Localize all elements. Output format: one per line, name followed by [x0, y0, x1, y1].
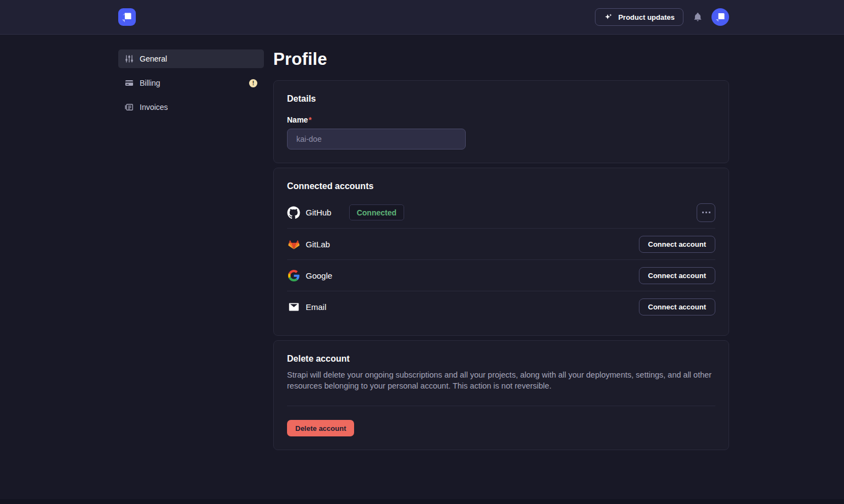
github-options-button[interactable]: [697, 203, 715, 222]
ellipsis-icon: [702, 212, 704, 213]
product-updates-button[interactable]: Product updates: [595, 8, 683, 26]
strapi-logo[interactable]: [118, 8, 136, 26]
sidebar-item-label: General: [140, 54, 257, 63]
credit-card-icon: [125, 79, 134, 87]
sidebar-item-billing[interactable]: Billing !: [118, 74, 264, 92]
delete-account-title: Delete account: [287, 354, 715, 364]
settings-sidebar: General Billing !: [118, 49, 264, 122]
divider: [287, 406, 715, 406]
provider-row-google: Google Connect account: [287, 259, 715, 291]
sidebar-item-general[interactable]: General: [118, 49, 264, 68]
delete-account-card: Delete account Strapi will delete your o…: [273, 340, 729, 450]
main-content: Profile Details Name* Connected accounts…: [273, 49, 729, 477]
connected-accounts-card: Connected accounts GitHub Connected: [273, 168, 729, 336]
strapi-logo-icon: [118, 8, 136, 26]
product-updates-label: Product updates: [618, 13, 675, 21]
invoice-icon: [125, 103, 134, 112]
gitlab-icon: [287, 237, 300, 251]
connect-gitlab-button[interactable]: Connect account: [639, 236, 715, 253]
sparkles-icon: [604, 13, 613, 22]
page-layout: General Billing !: [0, 35, 844, 477]
provider-row-gitlab: GitLab Connect account: [287, 228, 715, 259]
email-icon: [287, 300, 300, 313]
google-icon: [287, 269, 300, 282]
provider-row-email: Email Connect account: [287, 291, 715, 322]
provider-name: GitHub: [306, 208, 332, 217]
billing-warning-badge: !: [249, 79, 257, 87]
sidebar-item-invoices[interactable]: Invoices: [118, 98, 264, 117]
delete-account-description: Strapi will delete your ongoing subscrip…: [287, 369, 715, 391]
connect-email-button[interactable]: Connect account: [639, 298, 715, 315]
delete-account-button[interactable]: Delete account: [287, 420, 354, 436]
details-title: Details: [287, 94, 715, 104]
bell-icon: [693, 12, 703, 23]
connect-google-button[interactable]: Connect account: [639, 267, 715, 284]
bottom-edge: [0, 499, 844, 504]
sidebar-item-label: Invoices: [140, 103, 257, 112]
provider-row-github: GitHub Connected: [287, 197, 715, 228]
connected-accounts-title: Connected accounts: [287, 181, 715, 191]
provider-name: Google: [306, 271, 332, 280]
github-icon: [287, 206, 300, 219]
sidebar-item-label: Billing: [140, 79, 249, 87]
name-label: Name*: [287, 115, 715, 124]
topbar: Product updates: [0, 0, 844, 35]
avatar-strapi-icon: [711, 8, 729, 26]
sliders-icon: [125, 54, 134, 63]
page-title: Profile: [273, 49, 729, 69]
connected-status-badge: Connected: [349, 204, 404, 220]
required-asterisk: *: [308, 115, 311, 124]
details-card: Details Name*: [273, 80, 729, 163]
provider-name: GitLab: [306, 240, 330, 249]
name-input[interactable]: [287, 129, 466, 149]
provider-list: GitHub Connected: [287, 197, 715, 322]
user-avatar[interactable]: [711, 8, 729, 26]
notifications-button[interactable]: [693, 12, 703, 23]
provider-name: Email: [306, 302, 327, 312]
